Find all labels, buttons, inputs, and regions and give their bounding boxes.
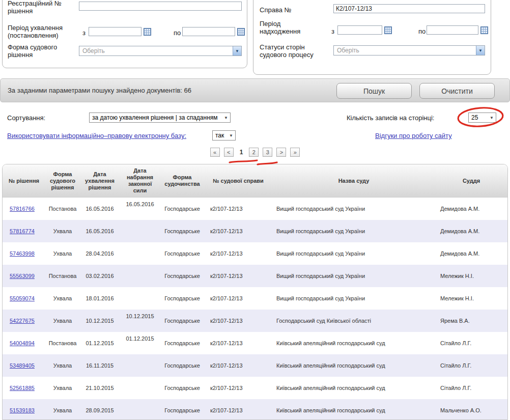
results-bar: За заданими параметрами пошуку знайдено … [0, 78, 510, 102]
pagination-prev-button[interactable]: < [224, 148, 234, 157]
decision-link[interactable]: 57816766 [10, 206, 35, 212]
cell-legal-force-date [120, 265, 160, 287]
decision-link[interactable]: 57816774 [10, 228, 35, 234]
cell-decision-form: Ухвала [45, 310, 80, 332]
cell-legal-force-date [120, 242, 160, 265]
arrival-period-label: Період надходження [260, 20, 316, 35]
pagination-page-2[interactable]: 2 [249, 148, 259, 157]
decision-link[interactable]: 57463998 [10, 250, 35, 257]
sort-label: Сортування: [7, 114, 45, 122]
party-status-select-value: Оберіть [337, 47, 359, 54]
legal-base-select-value: так [215, 132, 224, 139]
period-from-label: з [82, 29, 86, 37]
cell-proceeding-form: Господарське [160, 198, 204, 220]
cell-judge: Демидова А.М. [435, 220, 507, 242]
decision-link[interactable]: 51539183 [10, 407, 35, 413]
cell-decision-date: 03.02.2016 [80, 265, 120, 287]
period-to-label: по [174, 29, 181, 37]
cell-legal-force-date [120, 399, 160, 420]
decision-form-label: Форма судового рішення [8, 43, 69, 59]
legal-base-select[interactable]: так ▼ [212, 130, 236, 141]
calendar-icon[interactable] [384, 26, 392, 34]
pagination-next-button[interactable]: > [276, 148, 286, 157]
decision-link[interactable]: 53489405 [10, 362, 35, 369]
cell-proceeding-form: Господарське [160, 332, 204, 354]
calendar-icon[interactable] [144, 28, 151, 36]
cell-proceeding-form: Господарське [160, 310, 204, 332]
cell-judge: Сітайло Л.Г. [435, 332, 507, 354]
calendar-icon[interactable] [480, 26, 488, 34]
cell-case-number: к2/107-12/13 [204, 354, 272, 377]
cell-legal-force-date: 16.05.2016 [120, 198, 160, 220]
cell-decision-date: 21.10.2015 [80, 377, 120, 399]
table-row: 55563099 Постанова 03.02.2016 Господарсь… [3, 265, 507, 287]
case-number-input[interactable] [333, 4, 485, 13]
table-row: 57463998 Ухвала 28.04.2016 Господарське … [3, 242, 507, 265]
header-case-number: № судової справи [204, 164, 272, 198]
table-row: 55059074 Ухвала 18.01.2016 Господарське … [3, 287, 507, 310]
cell-case-number: к2/107-12/13 [204, 287, 272, 310]
sort-select[interactable]: за датою ухвалення рішення | за спадання… [89, 113, 231, 123]
dropdown-arrow-icon: ▼ [490, 116, 494, 120]
clear-button[interactable]: Очистити [419, 83, 495, 99]
cell-decision-date: 16.11.2015 [80, 354, 120, 377]
dropdown-arrow-icon[interactable]: ▼ [476, 46, 485, 55]
cell-decision-date: 16.05.2016 [80, 198, 120, 220]
decision-link[interactable]: 55563099 [10, 273, 35, 279]
pagination-last-button[interactable]: » [290, 148, 300, 157]
pagination: « < 1 23 > » [0, 148, 510, 157]
decision-link[interactable]: 54227675 [10, 318, 35, 324]
cell-proceeding-form: Господарське [160, 242, 204, 265]
cell-case-number: к2/107-12/13 [204, 265, 272, 287]
decision-link[interactable]: 52561885 [10, 385, 35, 391]
dropdown-arrow-icon: ▼ [229, 133, 233, 138]
reg-number-input[interactable] [79, 2, 242, 11]
cell-decision-date: 10.12.2015 [80, 310, 120, 332]
decision-period-label: Період ухвалення (постановлення) [8, 24, 79, 39]
dropdown-arrow-icon[interactable]: ▼ [233, 46, 241, 55]
sort-select-value: за датою ухвалення рішення | за спадання… [92, 114, 218, 121]
cell-decision-date: 28.04.2016 [80, 242, 120, 265]
cell-proceeding-form: Господарське [160, 377, 204, 399]
cell-legal-force-date [120, 377, 160, 399]
cell-case-number: к2/107-12/13 [204, 310, 272, 332]
cell-decision-form: Постанова [45, 265, 80, 287]
cell-decision-form: Ухвала [45, 287, 80, 310]
decision-link[interactable]: 55059074 [10, 295, 35, 301]
feedback-link[interactable]: Відгуки про роботу сайту [375, 132, 452, 139]
header-judge: Суддя [435, 164, 507, 198]
cell-court-name: Вищий господарський суд України [272, 198, 435, 220]
pagination-first-button[interactable]: « [210, 148, 220, 157]
search-panel-decision: Реєстраційний № рішення Період ухвалення… [2, 0, 247, 68]
cell-decision-form: Ухвала [45, 354, 80, 377]
decision-period-from-input[interactable] [89, 27, 141, 36]
decision-period-to-input[interactable] [182, 27, 235, 36]
cell-judge: Демидова А.М. [435, 242, 507, 265]
pagination-page-3[interactable]: 3 [263, 148, 272, 157]
cell-court-name: Господарський суд Київської області [272, 310, 435, 332]
cell-legal-force-date [120, 354, 160, 377]
page-size-select[interactable]: 25 ▼ [468, 113, 496, 123]
decision-form-select[interactable]: Оберіть ▼ [79, 46, 242, 56]
table-row: 53489405 Ухвала 16.11.2015 Господарське … [3, 354, 507, 377]
cell-case-number: к2/107-12/13 [204, 399, 272, 420]
party-status-select[interactable]: Оберіть ▼ [333, 45, 485, 55]
table-row: 54004894 Постанова 01.12.2015 01.12.2015… [3, 332, 507, 354]
calendar-icon[interactable] [237, 28, 245, 36]
decision-link[interactable]: 54004894 [10, 340, 35, 346]
cell-court-name: Вищий господарський суд України [272, 242, 435, 265]
page-size-select-value: 25 [471, 114, 478, 121]
header-decision-date: Дата ухвалення рішення [80, 164, 120, 198]
cell-proceeding-form: Господарське [160, 399, 204, 420]
cell-proceeding-form: Господарське [160, 220, 204, 242]
search-button[interactable]: Пошук [336, 83, 412, 99]
arrival-period-from-input[interactable] [337, 25, 382, 35]
cell-case-number: к2/107-12/13 [204, 332, 272, 354]
cell-judge: Мележик Н.І. [435, 265, 507, 287]
cell-decision-form: Ухвала [45, 399, 80, 420]
arrival-period-to-input[interactable] [427, 25, 478, 35]
cell-decision-date: 01.12.2015 [80, 332, 120, 354]
legal-base-link[interactable]: Використовувати інформаційно–правову еле… [7, 132, 186, 139]
decision-form-select-value: Оберіть [82, 47, 105, 54]
cell-court-name: Вищий господарський суд України [272, 265, 435, 287]
